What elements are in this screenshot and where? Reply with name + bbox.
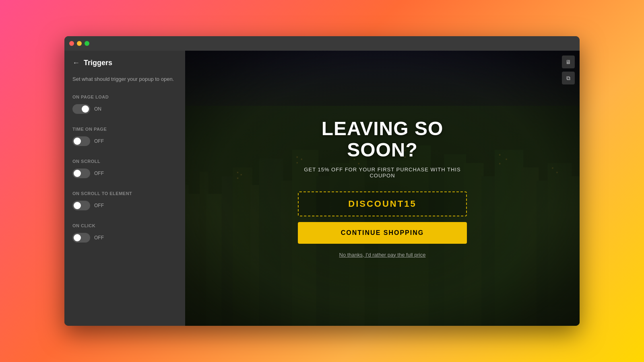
toggle-row-on-page-load: ON	[72, 104, 177, 114]
browser-body: ← Triggers Set what should trigger your …	[64, 51, 580, 326]
toggle-state-time-on-page: OFF	[94, 138, 104, 144]
continue-shopping-button[interactable]: CONTINUE SHOPPING	[298, 222, 467, 244]
sidebar-header: ← Triggers	[72, 59, 177, 67]
toggle-on-page-load[interactable]	[72, 104, 90, 114]
trigger-on-scroll-to-element-label: ON SCROLL TO ELEMENT	[72, 191, 177, 196]
trigger-on-page-load-label: ON PAGE LOAD	[72, 95, 177, 99]
layers-button[interactable]: ⧉	[562, 72, 575, 84]
trigger-time-on-page-label: TIME ON PAGE	[72, 127, 177, 132]
toggle-state-on-page-load: ON	[94, 106, 101, 112]
toggle-thumb-time-on-page	[74, 138, 81, 145]
desktop-icon: 🖥	[566, 59, 571, 65]
toggle-thumb-on-click	[74, 234, 81, 241]
decline-link[interactable]: No thanks, I'd rather pay the full price	[339, 252, 426, 258]
layers-icon: ⧉	[566, 75, 570, 82]
coupon-box: DISCOUNT15	[298, 191, 467, 216]
sidebar-title: Triggers	[84, 59, 112, 67]
trigger-on-click: ON CLICK OFF	[72, 223, 177, 243]
toggle-on-scroll[interactable]	[72, 169, 90, 178]
toggle-row-on-scroll: OFF	[72, 169, 177, 178]
toggle-on-scroll-to-element[interactable]	[72, 201, 90, 210]
toggle-row-time-on-page: OFF	[72, 136, 177, 146]
toggle-state-on-scroll: OFF	[94, 171, 104, 176]
popup-modal: LEAVING SO SOON? GET 15% OFF FOR YOUR FI…	[282, 102, 483, 274]
trigger-time-on-page: TIME ON PAGE OFF	[72, 127, 177, 146]
toggle-row-on-scroll-to-element: OFF	[72, 201, 177, 210]
toggle-state-on-scroll-to-element: OFF	[94, 203, 104, 208]
browser-window: ← Triggers Set what should trigger your …	[64, 36, 580, 326]
city-background: 🖥 ⧉ LEAVING SO SOON? GET 15% OFF FOR YOU…	[185, 51, 580, 326]
toggle-on-click[interactable]	[72, 233, 90, 243]
toggle-thumb-on-page-load	[82, 105, 89, 113]
trigger-on-scroll: ON SCROLL OFF	[72, 159, 177, 178]
sidebar-description: Set what should trigger your popup to op…	[72, 75, 177, 83]
toggle-row-on-click: OFF	[72, 233, 177, 243]
toggle-thumb-on-scroll	[74, 170, 81, 177]
trigger-on-click-label: ON CLICK	[72, 223, 177, 228]
back-button[interactable]: ←	[72, 59, 80, 67]
coupon-code: DISCOUNT15	[348, 199, 416, 209]
traffic-lights	[69, 41, 89, 46]
main-preview: 🖥 ⧉ LEAVING SO SOON? GET 15% OFF FOR YOU…	[185, 51, 580, 326]
traffic-light-red[interactable]	[69, 41, 74, 46]
toggle-thumb-on-scroll-to-element	[74, 202, 81, 209]
toggle-state-on-click: OFF	[94, 235, 104, 241]
trigger-on-scroll-to-element: ON SCROLL TO ELEMENT OFF	[72, 191, 177, 210]
toolbar-right: 🖥 ⧉	[562, 56, 575, 84]
traffic-light-yellow[interactable]	[77, 41, 82, 46]
browser-titlebar	[64, 36, 580, 51]
trigger-on-page-load: ON PAGE LOAD ON	[72, 95, 177, 114]
toggle-time-on-page[interactable]	[72, 136, 90, 146]
traffic-light-green[interactable]	[85, 41, 89, 46]
sidebar: ← Triggers Set what should trigger your …	[64, 51, 185, 326]
trigger-on-scroll-label: ON SCROLL	[72, 159, 177, 164]
popup-subheadline: GET 15% OFF FOR YOUR FIRST PURCHASE WITH…	[298, 167, 467, 179]
desktop-view-button[interactable]: 🖥	[562, 56, 575, 68]
popup-headline: LEAVING SO SOON?	[298, 118, 467, 161]
